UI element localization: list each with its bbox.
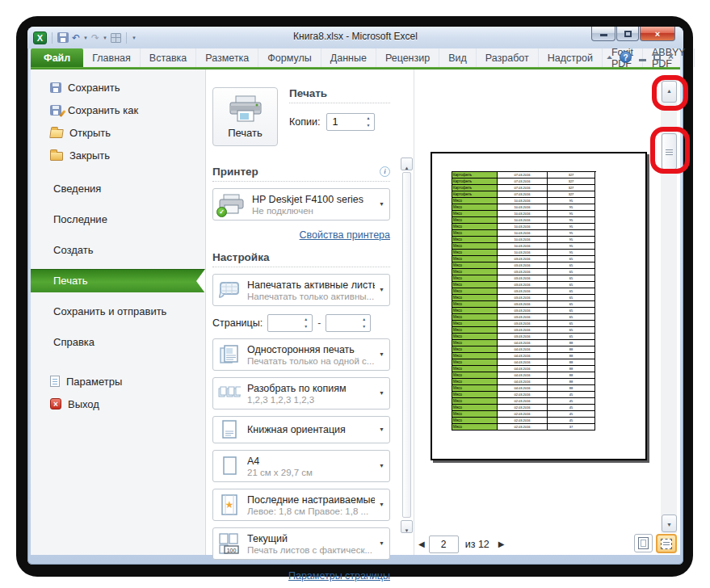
preview-page-navigation: ◀ из 12 ▶ [414, 533, 681, 555]
printer-properties-link[interactable]: Свойства принтера [300, 229, 390, 241]
workbook-minimize-icon[interactable] [639, 59, 646, 61]
backstage-sidebar: Сохранить Сохранить как Открыть Закрыть … [31, 69, 206, 555]
cell-product: Мясо [452, 385, 498, 392]
spinner-down-icon[interactable]: ▼ [359, 325, 369, 329]
cell-date: 07.03.2016 [498, 185, 548, 191]
ribbon-tab[interactable]: Разметка [196, 48, 258, 67]
print-button[interactable]: Печать [212, 87, 278, 146]
ribbon-right-zone: ▲ ? × [591, 48, 680, 67]
printer-dropdown[interactable]: ✓ HP Deskjet F4100 series Не подключен ▼ [212, 188, 390, 220]
show-margins-button[interactable] [634, 534, 653, 552]
ribbon-tab[interactable]: Рецензир [376, 48, 439, 67]
sidebar-nav-item[interactable]: Последние [31, 204, 205, 234]
paper-size-dropdown[interactable]: A4 21 см x 29,7 см ▼ [212, 450, 390, 482]
open-folder-icon [49, 129, 64, 138]
ribbon-tab[interactable]: Файл [31, 48, 83, 67]
collapse-ribbon-icon[interactable]: ▲ [605, 54, 614, 60]
ribbon-tab[interactable]: Данные [321, 48, 376, 67]
sidebar-nav-item[interactable]: Справка [31, 326, 205, 357]
ribbon-tab[interactable]: Разработ [477, 48, 539, 67]
chevron-down-icon: ▼ [379, 351, 384, 357]
orientation-dropdown[interactable]: Книжная ориентация ▼ [212, 416, 390, 443]
minimize-button[interactable] [591, 27, 615, 41]
chevron-down-icon: ▼ [379, 502, 384, 507]
settings-scroll-up-button[interactable]: ▲ [401, 158, 413, 170]
cell-product: Мясо [452, 366, 498, 372]
sidebar-item-exit[interactable]: × Выход [31, 393, 205, 415]
maximize-button[interactable] [616, 27, 639, 41]
cell-value: 65 [548, 327, 595, 334]
ribbon-tab[interactable]: Формулы [258, 48, 321, 67]
pages-to-stepper[interactable]: ▲ ▼ [326, 314, 371, 332]
copies-stepper[interactable]: ▲ ▼ [326, 113, 375, 131]
sidebar-item-save-as[interactable]: Сохранить как [31, 99, 205, 121]
page-setup-link[interactable]: Параметры страницы [288, 570, 390, 582]
pages-from-arrows[interactable]: ▲ ▼ [300, 316, 311, 330]
cell-date: 03.03.2016 [498, 269, 548, 275]
duplex-dropdown[interactable]: Односторонняя печать Печатать только на … [212, 338, 390, 371]
scaling-dropdown[interactable]: 100 Текущий Печать листов с фактическ...… [212, 527, 390, 560]
portrait-icon [218, 420, 241, 439]
margins-dropdown[interactable]: ★ Последние настраиваемые ... Левое: 1,8… [212, 489, 390, 521]
copies-spinner-arrows[interactable]: ▲ ▼ [363, 115, 373, 129]
cell-product: Мясо [452, 418, 498, 424]
spinner-down-icon[interactable]: ▼ [363, 124, 373, 128]
cell-product: Мясо [452, 224, 498, 230]
cell-date: 10.03.2016 [498, 237, 548, 243]
previous-page-button[interactable]: ◀ [414, 540, 429, 548]
cell-value: 95 [548, 211, 595, 217]
cell-product: Мясо [452, 372, 498, 379]
collate-dropdown[interactable]: Разобрать по копиям 1,2,3 1,2,3 1,2,3 ▼ [212, 377, 390, 410]
close-button[interactable]: × [640, 27, 675, 41]
page-number-input[interactable] [430, 536, 458, 552]
ribbon-tab[interactable]: Вставка [141, 48, 196, 67]
preview-scroll-down-button[interactable]: ▼ [662, 514, 677, 532]
dropdown-subtitle: 1,2,3 1,2,3 1,2,3 [247, 395, 347, 405]
table-row: Мясо 03.03.2016 65 [452, 334, 596, 340]
workbook-restore-icon[interactable] [653, 54, 661, 61]
workbook-close-icon[interactable]: × [668, 51, 674, 63]
page-number-box[interactable] [429, 536, 459, 553]
next-page-button[interactable]: ▶ [494, 540, 509, 548]
sidebar-item-open[interactable]: Открыть [31, 121, 205, 144]
spinner-up-icon[interactable]: ▲ [300, 317, 311, 321]
table-row: Мясо 04.03.2016 88 [452, 372, 596, 379]
title-bar: X ↶ ▼ ↷ ▼ ▼ Книга8.xlsx - Microsoft Exce… [27, 27, 683, 48]
pages-from-stepper[interactable]: ▲ ▼ [267, 314, 313, 332]
sidebar-item-options[interactable]: Параметры [31, 370, 205, 393]
spinner-up-icon[interactable]: ▲ [359, 317, 369, 321]
cell-date: 03.03.2016 [498, 262, 548, 269]
dropdown-title: Книжная ориентация [247, 424, 346, 435]
ribbon-tab-label: Главная [92, 52, 131, 64]
sidebar-nav-item[interactable]: Печать [31, 269, 205, 292]
cell-date: 04.03.2016 [498, 385, 548, 392]
settings-scrollbar-thumb[interactable] [402, 172, 411, 518]
cell-value: 65 [548, 321, 595, 327]
sidebar-nav-item[interactable]: Создать [31, 234, 205, 265]
cell-product: Картофель [452, 172, 498, 178]
cell-date: 10.03.2016 [498, 198, 548, 204]
sidebar-item-label: Параметры [66, 376, 122, 388]
ribbon-tab[interactable]: Вид [439, 48, 477, 67]
preview-table: Картофель 07.03.2016 327 Картофель 07.03… [452, 171, 596, 430]
cell-date: 10.03.2016 [498, 230, 548, 237]
spinner-down-icon[interactable]: ▼ [300, 325, 311, 329]
settings-scroll-down-button[interactable]: ▼ [401, 520, 413, 533]
zoom-to-page-button[interactable] [656, 534, 677, 553]
spinner-up-icon[interactable]: ▲ [363, 116, 373, 120]
sidebar-item-close[interactable]: Закрыть [31, 144, 205, 166]
print-what-dropdown[interactable]: Напечатать активные листы Напечатать тол… [212, 274, 390, 306]
sidebar-nav-item[interactable]: Сохранить и отправить [31, 296, 205, 326]
pages-to-arrows[interactable]: ▲ ▼ [359, 316, 369, 330]
dropdown-subtitle: 21 см x 29,7 см [247, 468, 313, 477]
cell-value: 65 [548, 269, 595, 275]
save-as-icon [50, 105, 61, 116]
sidebar-item-save[interactable]: Сохранить [31, 76, 205, 99]
ribbon-tab[interactable]: Главная [83, 48, 141, 67]
chevron-down-icon: ▼ [379, 426, 384, 432]
info-icon[interactable]: i [380, 166, 390, 177]
table-row: Мясо 03.03.2016 65 [452, 256, 596, 262]
cell-value: 65 [548, 308, 595, 314]
sidebar-nav-item[interactable]: Сведения [31, 173, 205, 204]
help-icon[interactable]: ? [620, 51, 632, 63]
